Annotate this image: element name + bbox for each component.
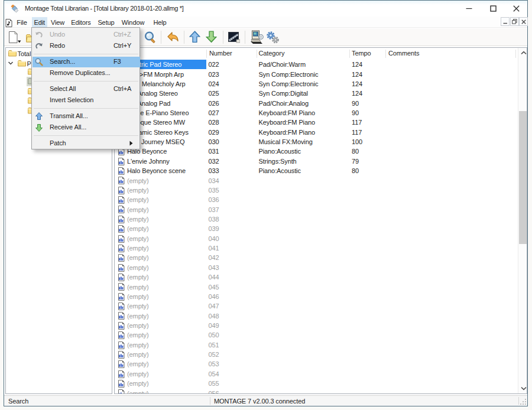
performance-doc-icon [118, 351, 125, 359]
menu-item-patch[interactable]: Patch [33, 138, 139, 149]
list-row-053[interactable]: (empty)053 [115, 359, 527, 369]
list-row-025[interactable]: DX Analog Stereo025Syn Comp:Digital124 [115, 89, 527, 98]
list-row-056[interactable]: (empty)056 [115, 388, 527, 394]
cell-number: 046 [209, 293, 219, 300]
column-separator[interactable] [515, 50, 516, 58]
list-row-036[interactable]: (empty)036 [115, 195, 527, 204]
cell-category: Syn Comp:Electronic [259, 71, 319, 78]
list-row-024[interactable]: CFX Melancholy Arp024Syn Comp:Electronic… [115, 79, 527, 89]
list-row-044[interactable]: (empty)044 [115, 272, 527, 282]
column-header-category[interactable]: Category [259, 48, 285, 59]
list-row-054[interactable]: (empty)054 [115, 369, 527, 379]
performance-doc-icon [118, 264, 125, 272]
menu-item-select-all[interactable]: Select AllCtrl+A [33, 83, 139, 95]
scroll-down-icon[interactable] [521, 386, 527, 391]
settings-button[interactable] [265, 31, 280, 44]
menubar-item-edit[interactable]: Edit [32, 17, 47, 28]
chevron-expanded-icon[interactable] [8, 61, 14, 66]
list-row-032[interactable]: L'envie Johnny032Strings:Synth79 [115, 157, 527, 166]
list-row-049[interactable]: (empty)049 [115, 321, 527, 330]
list-row-038[interactable]: (empty)038 [115, 214, 527, 224]
menu-item-search[interactable]: Search...F3 [33, 56, 139, 67]
minimize-button[interactable] [460, 1, 478, 16]
midi-connect-button[interactable] [249, 30, 264, 44]
mdi-minimize-button[interactable] [501, 17, 510, 26]
list-row-052[interactable]: (empty)052 [115, 350, 527, 359]
cell-name: (empty) [127, 360, 149, 367]
cell-number: 054 [209, 370, 219, 378]
column-header-number[interactable]: Number [209, 48, 232, 59]
list-row-051[interactable]: (empty)051 [115, 340, 527, 350]
list-row-029[interactable]: Dynamic Stereo Keys029Keyboard:FM Piano1… [115, 128, 527, 137]
minimize-icon [466, 5, 472, 12]
list-row-037[interactable]: (empty)037 [115, 204, 527, 214]
cell-number: 039 [209, 225, 219, 232]
performance-doc-icon [118, 331, 125, 339]
performance-doc-icon [118, 158, 125, 165]
list-row-048[interactable]: (empty)048 [115, 311, 527, 320]
list-row-041[interactable]: (empty)041 [115, 243, 527, 253]
list-row-031[interactable]: Halo Beyonce031Piano:Acoustic80 [115, 147, 527, 156]
list-row-026[interactable]: DX Analog Pad026Pad/Choir:Analog90 [115, 98, 527, 108]
list-row-033[interactable]: Halo Beyonce scene033Piano:Acoustic80 [115, 166, 527, 175]
column-separator[interactable] [257, 50, 257, 58]
menubar-item-help[interactable]: Help [149, 17, 171, 28]
new-document-button[interactable] [8, 31, 21, 44]
list-row-034[interactable]: (empty)034 [115, 175, 527, 185]
resize-grip-icon[interactable] [520, 399, 527, 405]
list-row-023[interactable]: DX7>FM Morph Arp023Syn Comp:Electronic12… [115, 69, 527, 79]
scrollbar-thumb[interactable] [519, 111, 527, 244]
list-row-055[interactable]: (empty)055 [115, 379, 527, 388]
menu-item-remove-duplicates[interactable]: Remove Duplicates... [33, 67, 139, 79]
column-separator[interactable] [385, 50, 386, 58]
maximize-button[interactable] [484, 1, 502, 16]
list-row-042[interactable]: (empty)042 [115, 253, 527, 262]
scroll-up-icon[interactable] [521, 51, 527, 55]
menubar-item-window[interactable]: Window [118, 17, 148, 28]
list-row-035[interactable]: (empty)035 [115, 186, 527, 195]
menubar-item-setup[interactable]: Setup [95, 17, 118, 28]
list-row-027[interactable]: Stage E-Piano Stereo027Keyboard:FM Piano… [115, 108, 527, 118]
mdi-restore-button[interactable] [510, 17, 519, 26]
menubar-item-view[interactable]: View [48, 17, 67, 28]
cell-name: (empty) [127, 187, 149, 194]
cell-category: Piano:Acoustic [259, 148, 301, 155]
list-row-043[interactable]: (empty)043 [115, 263, 527, 272]
column-header-tempo[interactable]: Tempo [352, 48, 371, 59]
column-separator[interactable] [349, 50, 350, 58]
menu-item-undo[interactable]: UndoCtrl+Z [33, 29, 139, 40]
list-row-039[interactable]: (empty)039 [115, 224, 527, 233]
column-separator[interactable] [206, 50, 207, 58]
column-header-comments[interactable]: Comments [388, 48, 419, 59]
performance-doc-icon [118, 167, 125, 175]
menu-item-label: Invert Selection [50, 96, 93, 103]
mdi-close-button[interactable] [519, 17, 528, 26]
vertical-scrollbar[interactable] [518, 48, 527, 394]
cell-number: 026 [209, 100, 219, 107]
performance-doc-icon [118, 235, 125, 243]
cell-number: 049 [209, 322, 219, 329]
receive-all-button[interactable] [206, 31, 217, 43]
menubar-item-editors[interactable]: Editors [67, 17, 95, 28]
list-row-045[interactable]: (empty)045 [115, 282, 527, 291]
toolbar-search-button[interactable] [144, 31, 158, 44]
menubar-item-file[interactable]: File [14, 17, 30, 28]
menu-item-invert-selection[interactable]: Invert Selection [33, 95, 139, 106]
transmit-all-button[interactable] [189, 31, 200, 43]
menu-item-shortcut: F3 [113, 58, 121, 65]
menu-item-transmit-all[interactable]: Transmit All... [33, 110, 139, 122]
list-row-040[interactable]: (empty)040 [115, 234, 527, 243]
keyboard-editor-button[interactable] [228, 32, 240, 43]
list-row-030[interactable]: Epic Journey MSEQ030Musical FX:Moving100 [115, 137, 527, 147]
list-row-022[interactable]: Electric Pad Stereo022Pad/Choir:Warm124 [115, 60, 527, 69]
menu-item-label: Transmit All... [50, 112, 88, 119]
midi-computer-icon [249, 30, 264, 44]
menu-item-receive-all[interactable]: Receive All... [33, 122, 139, 133]
menu-item-redo[interactable]: RedoCtrl+Y [33, 40, 139, 51]
list-row-046[interactable]: (empty)046 [115, 292, 527, 301]
close-button[interactable] [507, 1, 525, 16]
list-row-047[interactable]: (empty)047 [115, 301, 527, 311]
toolbar-undo-button[interactable] [167, 31, 179, 43]
list-row-028[interactable]: Baroque Stereo MW028Keyboard:FM Piano117 [115, 118, 527, 127]
list-row-050[interactable]: (empty)050 [115, 330, 527, 340]
